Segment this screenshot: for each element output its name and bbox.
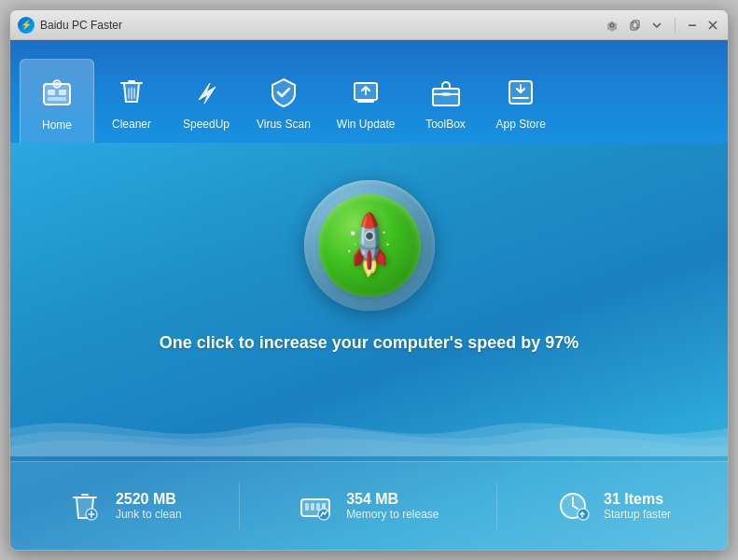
startup-icon: [555, 488, 591, 524]
svg-rect-2: [689, 24, 696, 26]
cta-text: One click to increase your computer's sp…: [160, 333, 578, 353]
startup-label: Startup faster: [604, 508, 671, 521]
junk-icon: [67, 488, 103, 524]
rocket-icon: 🚀: [330, 207, 407, 284]
stats-bar: 2520 MB Junk to clean: [10, 461, 728, 550]
svg-rect-6: [48, 97, 66, 101]
svg-rect-10: [433, 89, 459, 105]
nav-label-cleaner: Cleaner: [112, 118, 151, 131]
svg-rect-15: [305, 503, 309, 511]
copy-icon[interactable]: [626, 17, 643, 34]
nav-item-speedup[interactable]: SpeedUp: [169, 59, 244, 143]
svg-rect-11: [442, 92, 450, 96]
titlebar: Baidu PC Faster: [10, 10, 728, 40]
settings-icon[interactable]: [604, 17, 620, 34]
memory-value: 354 MB: [346, 491, 439, 508]
virusscan-icon: [264, 73, 303, 112]
stat-text-junk: 2520 MB Junk to clean: [116, 491, 182, 521]
nav-label-virusscan: Virus Scan: [257, 118, 311, 131]
svg-rect-5: [59, 90, 66, 95]
winupdate-icon: [346, 73, 385, 112]
wave-decoration: [10, 400, 728, 456]
appstore-icon: [501, 73, 540, 112]
stat-item-memory[interactable]: 354 MB Memory to release: [298, 488, 439, 524]
stat-divider-1: [239, 483, 240, 529]
startup-value: 31 Items: [604, 491, 671, 508]
chevron-down-icon[interactable]: [648, 17, 665, 34]
nav-label-speedup: SpeedUp: [183, 118, 230, 131]
titlebar-controls: [604, 17, 720, 34]
svg-rect-1: [633, 21, 639, 28]
memory-label: Memory to release: [346, 508, 439, 521]
nav-label-winupdate: Win Update: [337, 118, 396, 131]
navbar: Home Cleaner SpeedUp: [10, 40, 728, 143]
rocket-inner: 🚀: [318, 194, 421, 297]
nav-item-toolbox[interactable]: ToolBox: [409, 59, 483, 143]
stat-divider-2: [496, 483, 497, 529]
stat-text-memory: 354 MB Memory to release: [346, 491, 439, 521]
app-window: Baidu PC Faster: [9, 9, 729, 551]
cleaner-icon: [112, 73, 151, 112]
close-button[interactable]: [705, 18, 720, 33]
nav-item-appstore[interactable]: App Store: [483, 59, 559, 143]
nav-label-appstore: App Store: [496, 118, 546, 131]
svg-rect-17: [316, 503, 320, 511]
rocket-button[interactable]: 🚀: [304, 180, 435, 311]
nav-item-virusscan[interactable]: Virus Scan: [244, 59, 324, 143]
stat-text-startup: 31 Items Startup faster: [604, 491, 671, 521]
junk-label: Junk to clean: [116, 508, 182, 521]
svg-point-8: [55, 82, 59, 86]
svg-rect-16: [311, 503, 314, 511]
svg-rect-4: [48, 90, 55, 95]
app-title: Baidu PC Faster: [40, 19, 604, 32]
nav-label-toolbox: ToolBox: [425, 118, 466, 131]
rocket-container: 🚀: [304, 180, 435, 311]
nav-label-home: Home: [42, 119, 72, 132]
nav-item-cleaner[interactable]: Cleaner: [94, 59, 169, 143]
nav-item-home[interactable]: Home: [20, 59, 94, 143]
stat-item-junk[interactable]: 2520 MB Junk to clean: [67, 488, 182, 524]
memory-icon: [298, 488, 333, 524]
app-logo: [18, 17, 35, 34]
nav-item-winupdate[interactable]: Win Update: [324, 59, 409, 143]
toolbox-icon: [426, 73, 466, 112]
home-icon: [37, 74, 77, 113]
junk-value: 2520 MB: [116, 491, 182, 508]
speedup-icon: [187, 73, 226, 112]
minimize-button[interactable]: [685, 18, 700, 33]
svg-rect-0: [631, 22, 637, 30]
main-content: 🚀 One click to increase your computer's …: [10, 143, 728, 550]
stat-item-startup[interactable]: 31 Items Startup faster: [555, 488, 671, 524]
